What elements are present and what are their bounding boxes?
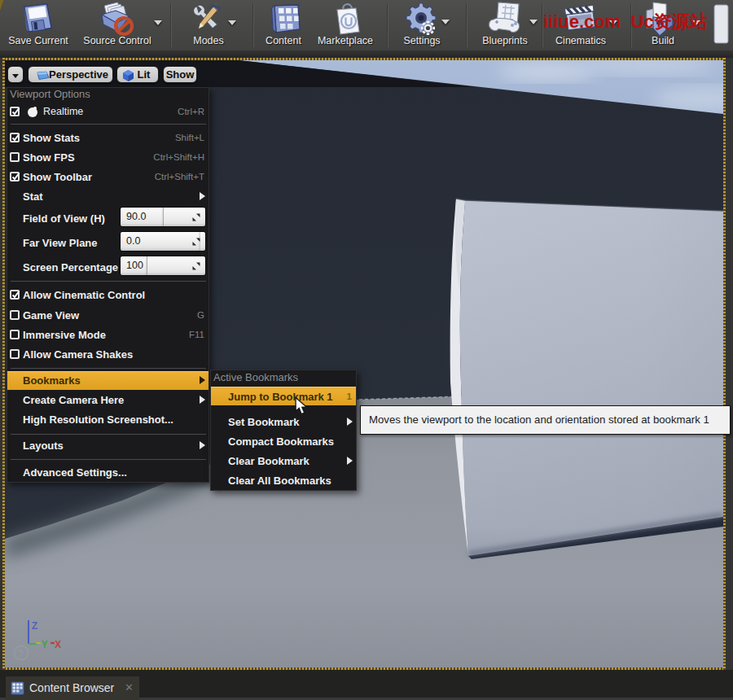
svg-text:X: X: [55, 639, 61, 650]
svg-text:Z: Z: [32, 620, 37, 632]
svg-text:?: ?: [18, 648, 24, 659]
svg-text:Y: Y: [42, 639, 48, 650]
